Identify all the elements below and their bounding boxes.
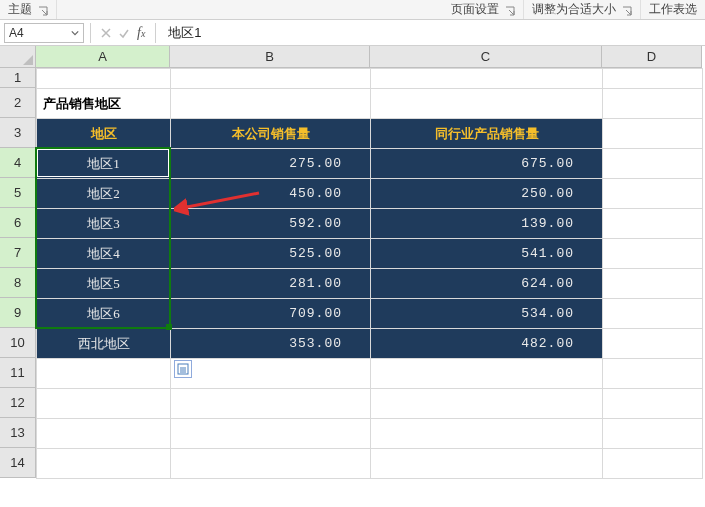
cells-area[interactable]: 产品销售地区 地区 本公司销售量 同行业产品销售量 地区1275.00675.0… <box>36 68 703 479</box>
cell[interactable] <box>171 359 371 389</box>
cell[interactable] <box>603 69 703 89</box>
ribbon-label: 页面设置 <box>451 1 499 18</box>
cell-own[interactable]: 275.00 <box>171 149 371 179</box>
col-header-C[interactable]: C <box>370 46 602 68</box>
cell[interactable] <box>603 299 703 329</box>
cell[interactable] <box>371 419 603 449</box>
row-header[interactable]: 11 <box>0 358 36 388</box>
cell-region[interactable]: 地区2 <box>37 179 171 209</box>
row-header[interactable]: 9 <box>0 298 36 328</box>
header-region[interactable]: 地区 <box>37 119 171 149</box>
cell-region[interactable]: 地区6 <box>37 299 171 329</box>
cell[interactable] <box>603 359 703 389</box>
cell-region[interactable]: 地区4 <box>37 239 171 269</box>
cell[interactable] <box>171 89 371 119</box>
cell[interactable] <box>603 419 703 449</box>
cell[interactable] <box>171 389 371 419</box>
header-peer-sales[interactable]: 同行业产品销售量 <box>371 119 603 149</box>
cell[interactable] <box>603 329 703 359</box>
cell[interactable] <box>171 449 371 479</box>
insert-function-button[interactable]: fx <box>133 25 149 41</box>
row-header[interactable]: 4 <box>0 148 36 178</box>
row-header[interactable]: 3 <box>0 118 36 148</box>
cell-title[interactable]: 产品销售地区 <box>37 89 171 119</box>
cell[interactable] <box>371 359 603 389</box>
cancel-button[interactable] <box>97 24 115 42</box>
cell-region[interactable]: 地区3 <box>37 209 171 239</box>
cell-own[interactable]: 525.00 <box>171 239 371 269</box>
row-headers: 1 2 3 4 5 6 7 8 9 10 11 12 13 14 <box>0 68 36 478</box>
ribbon-label: 主题 <box>8 1 32 18</box>
cell-peer[interactable]: 675.00 <box>371 149 603 179</box>
row-header[interactable]: 10 <box>0 328 36 358</box>
col-header-B[interactable]: B <box>170 46 370 68</box>
cell[interactable] <box>37 359 171 389</box>
enter-button[interactable] <box>115 24 133 42</box>
row-header[interactable]: 1 <box>0 68 36 88</box>
cell-peer[interactable]: 139.00 <box>371 209 603 239</box>
cell[interactable] <box>603 269 703 299</box>
row-header[interactable]: 8 <box>0 268 36 298</box>
cell-region[interactable]: 地区5 <box>37 269 171 299</box>
name-box[interactable]: A4 <box>4 23 84 43</box>
col-header-A[interactable]: A <box>36 46 170 68</box>
ribbon-group-page-setup[interactable]: 页面设置 <box>443 0 524 19</box>
ribbon-group-sheet-options[interactable]: 工作表选 <box>641 0 705 19</box>
cell[interactable] <box>171 419 371 449</box>
cell-own[interactable]: 281.00 <box>171 269 371 299</box>
cell-peer[interactable]: 482.00 <box>371 329 603 359</box>
select-all-corner[interactable] <box>0 46 36 68</box>
autofill-options-button[interactable] <box>174 360 192 378</box>
name-box-value: A4 <box>9 26 24 40</box>
cell[interactable] <box>37 449 171 479</box>
column-headers: A B C D <box>36 46 702 68</box>
col-header-D[interactable]: D <box>602 46 702 68</box>
cell[interactable] <box>171 69 371 89</box>
cell[interactable] <box>371 389 603 419</box>
header-own-sales[interactable]: 本公司销售量 <box>171 119 371 149</box>
row-header[interactable]: 7 <box>0 238 36 268</box>
cell[interactable] <box>603 389 703 419</box>
cell-peer[interactable]: 250.00 <box>371 179 603 209</box>
cell[interactable] <box>603 119 703 149</box>
chevron-down-icon[interactable] <box>71 26 79 40</box>
formula-input[interactable] <box>162 23 705 43</box>
cell[interactable] <box>603 449 703 479</box>
ribbon-label: 工作表选 <box>649 1 697 18</box>
cell[interactable] <box>371 89 603 119</box>
cell[interactable] <box>37 389 171 419</box>
cell[interactable] <box>603 179 703 209</box>
cell-own[interactable]: 709.00 <box>171 299 371 329</box>
cell[interactable] <box>371 69 603 89</box>
row-header[interactable]: 14 <box>0 448 36 478</box>
cell[interactable] <box>37 69 171 89</box>
cell[interactable] <box>603 89 703 119</box>
cell-region[interactable]: 地区1 <box>37 149 171 179</box>
ribbon-label: 调整为合适大小 <box>532 1 616 18</box>
row-header[interactable]: 12 <box>0 388 36 418</box>
cell[interactable] <box>37 419 171 449</box>
row-header[interactable]: 5 <box>0 178 36 208</box>
cell[interactable] <box>603 209 703 239</box>
cell[interactable] <box>603 149 703 179</box>
ribbon-group-themes[interactable]: 主题 <box>0 0 57 19</box>
cell-own[interactable]: 353.00 <box>171 329 371 359</box>
ribbon-group-scale[interactable]: 调整为合适大小 <box>524 0 641 19</box>
row-header[interactable]: 2 <box>0 88 36 118</box>
dialog-launcher-icon[interactable] <box>38 5 48 15</box>
cell[interactable] <box>603 239 703 269</box>
cell-peer[interactable]: 541.00 <box>371 239 603 269</box>
dialog-launcher-icon[interactable] <box>505 5 515 15</box>
ribbon-bar: 主题 页面设置 调整为合适大小 工作表选 <box>0 0 705 20</box>
spreadsheet-grid[interactable]: A B C D 1 2 3 4 5 6 7 8 9 10 11 12 13 14… <box>0 46 705 507</box>
row-header[interactable]: 6 <box>0 208 36 238</box>
dialog-launcher-icon[interactable] <box>622 5 632 15</box>
formula-bar: A4 fx <box>0 20 705 46</box>
cell[interactable] <box>371 449 603 479</box>
cell-own[interactable]: 450.00 <box>171 179 371 209</box>
cell-peer[interactable]: 624.00 <box>371 269 603 299</box>
row-header[interactable]: 13 <box>0 418 36 448</box>
cell-peer[interactable]: 534.00 <box>371 299 603 329</box>
cell-region[interactable]: 西北地区 <box>37 329 171 359</box>
cell-own[interactable]: 592.00 <box>171 209 371 239</box>
